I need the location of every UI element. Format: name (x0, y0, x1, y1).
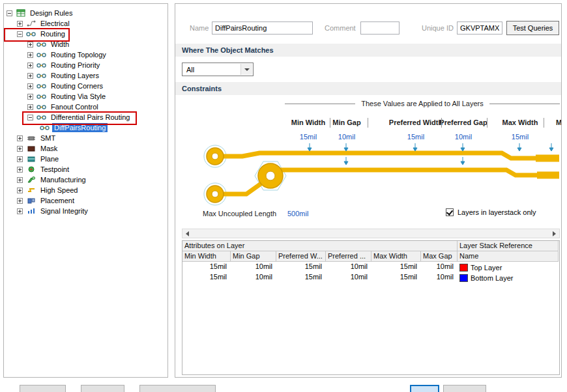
cell-max-gap[interactable]: 10mil (421, 272, 458, 283)
tree-expand-toggle[interactable] (17, 188, 23, 193)
cell-max-width[interactable]: 15mil (371, 272, 421, 283)
tree-item-routing-priority[interactable]: Routing Priority (4, 60, 167, 70)
tree-expand-toggle[interactable] (27, 104, 33, 110)
dialog-button-focused[interactable] (410, 385, 439, 392)
tree-item-plane[interactable]: Plane (4, 154, 167, 164)
cell-min-gap[interactable]: 10mil (231, 272, 276, 283)
col-min-gap[interactable]: Min Gap (231, 251, 276, 262)
tree-expand-toggle[interactable] (27, 115, 33, 120)
scroll-right-arrow[interactable] (549, 229, 559, 238)
tree-expand-toggle[interactable] (27, 42, 33, 48)
comment-input[interactable] (360, 21, 400, 35)
col-preferred-width[interactable]: Preferred W... (276, 251, 326, 262)
max-width-value[interactable]: 15mil (512, 133, 529, 141)
layer-name-label: Top Layer (471, 264, 502, 272)
cell-preferred-width[interactable]: 15mil (276, 272, 326, 283)
routing-rule-icon (36, 51, 47, 59)
cell-preferred-width[interactable]: 15mil (276, 262, 326, 272)
tree-item-differential-pairs-routing[interactable]: Differential Pairs Routing (4, 112, 167, 122)
cell-min-width[interactable]: 15mil (182, 262, 231, 272)
routing-rule-icon (36, 61, 47, 69)
checkbox-checked-icon[interactable] (446, 208, 454, 216)
applied-layers-note: These Values are Applied to All Layers (285, 100, 560, 107)
tree-item-signal-integrity[interactable]: Signal Integrity (4, 206, 167, 216)
cell-max-gap[interactable]: 10mil (421, 262, 458, 272)
rule-name-input[interactable] (212, 21, 313, 35)
tree-item-manufacturing[interactable]: Manufacturing (4, 175, 167, 185)
unique-id-input[interactable] (457, 21, 502, 35)
tree-item-placement[interactable]: Placement (4, 195, 167, 206)
tree-item-smt[interactable]: SMT (4, 133, 167, 143)
cell-preferred-gap[interactable]: 10mil (326, 272, 371, 283)
test-queries-button[interactable]: Test Queries (506, 21, 559, 35)
tree-expand-toggle[interactable] (17, 177, 23, 183)
tree-item-fanout-control[interactable]: Fanout Control (4, 102, 167, 112)
scroll-left-arrow[interactable] (182, 229, 192, 238)
tree-item-design-rules[interactable]: Design Rules (4, 8, 167, 18)
tree-item-label: DiffPairsRouting (52, 123, 108, 132)
max-uncoupled-length-value[interactable]: 500mil (287, 210, 308, 217)
routing-rule-icon (36, 92, 47, 100)
dialog-button[interactable] (139, 385, 216, 392)
col-max-gap[interactable]: Max Gap (421, 251, 458, 262)
tree-expand-toggle[interactable] (27, 73, 33, 79)
tree-expand-toggle[interactable] (17, 208, 23, 214)
cell-layer-name[interactable]: Top Layer (458, 262, 559, 272)
tree-item-routing-corners[interactable]: Routing Corners (4, 81, 167, 91)
tree-item-testpoint[interactable]: Testpoint (4, 164, 167, 175)
cell-min-width[interactable]: 15mil (182, 272, 231, 283)
bottom-layer-color-swatch (459, 274, 468, 282)
placement-rule-icon (25, 197, 36, 204)
tree-expand-toggle[interactable] (17, 21, 23, 27)
col-preferred-gap[interactable]: Preferred ... (326, 251, 371, 262)
truncated-column-header: M (556, 119, 562, 126)
column-separator (487, 118, 487, 128)
tree-expand-toggle[interactable] (17, 146, 23, 152)
tree-item-electrical[interactable]: Electrical (4, 18, 167, 29)
tree-expand-toggle[interactable] (7, 10, 12, 16)
tree-expand-toggle[interactable] (17, 135, 23, 141)
table-row-top-layer[interactable]: 15mil 10mil 15mil 10mil 15mil 10mil Top … (182, 262, 559, 272)
tree-expand-toggle[interactable] (27, 63, 33, 68)
layerstack-only-checkbox[interactable]: Layers in layerstack only (446, 208, 536, 216)
tree-expand-toggle[interactable] (27, 52, 33, 58)
tree-item-routing[interactable]: Routing (4, 29, 167, 39)
cell-min-gap[interactable]: 10mil (231, 262, 276, 272)
tree-expand-toggle[interactable] (17, 156, 23, 162)
tree-item-mask[interactable]: Mask (4, 143, 167, 154)
dialog-button[interactable] (81, 385, 124, 392)
tree-item-high-speed[interactable]: High Speed (4, 185, 167, 195)
unique-id-label: Unique ID (422, 24, 454, 32)
horizontal-scrollbar[interactable] (182, 229, 560, 238)
chevron-down-icon[interactable] (240, 64, 252, 75)
cell-preferred-gap[interactable]: 10mil (326, 262, 371, 272)
high-speed-rule-icon (25, 186, 36, 194)
tree-item-routing-via-style[interactable]: Routing Via Style (4, 91, 167, 102)
tree-item-routing-topology[interactable]: Routing Topology (4, 49, 167, 60)
tree-item-diffpairsrouting[interactable]: DiffPairsRouting (4, 122, 167, 133)
comment-label: Comment (325, 24, 356, 32)
cell-max-width[interactable]: 15mil (371, 262, 421, 272)
col-max-width[interactable]: Max Width (371, 251, 421, 262)
col-name[interactable]: Name (458, 251, 559, 262)
dialog-button[interactable] (20, 385, 66, 392)
preferred-width-value[interactable]: 15mil (407, 133, 424, 141)
dialog-button[interactable] (443, 385, 486, 392)
cell-layer-name[interactable]: Bottom Layer (458, 272, 559, 283)
tree-item-label: Fanout Control (49, 102, 100, 111)
preferred-gap-value[interactable]: 10mil (455, 133, 472, 141)
tree-expand-toggle[interactable] (27, 94, 33, 100)
table-row-bottom-layer[interactable]: 15mil 10mil 15mil 10mil 15mil 10mil Bott… (182, 272, 559, 283)
tree-expand-toggle[interactable] (17, 198, 23, 204)
tree-item-label: Testpoint (38, 165, 71, 174)
tree-item-routing-layers[interactable]: Routing Layers (4, 70, 167, 81)
tree-expand-toggle[interactable] (27, 83, 33, 89)
min-width-value[interactable]: 15mil (300, 133, 317, 141)
tree-expand-toggle[interactable] (17, 167, 23, 173)
tree-item-label: Signal Integrity (38, 206, 90, 216)
min-gap-value[interactable]: 10mil (338, 133, 355, 141)
col-min-width[interactable]: Min Width (182, 251, 231, 262)
tree-expand-toggle[interactable] (17, 31, 23, 37)
scope-dropdown[interactable]: All (182, 63, 254, 76)
tree-item-width[interactable]: Width (4, 39, 167, 49)
